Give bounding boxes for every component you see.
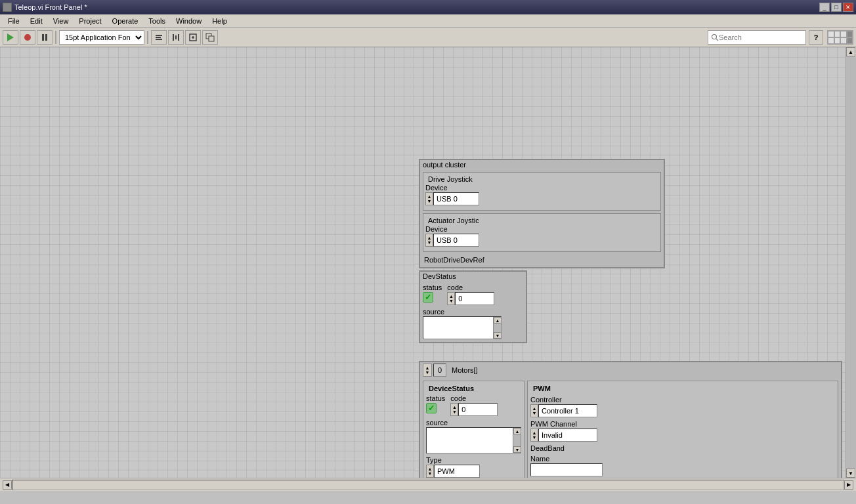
type-spin[interactable]: ▲ ▼ — [426, 465, 434, 478]
drive-device-field: Device ▲ ▼ USB 0 — [425, 184, 658, 205]
code-spin-down-icon: ▼ — [448, 299, 454, 303]
resize-button[interactable] — [185, 30, 201, 45]
scroll-track-v[interactable] — [846, 56, 856, 469]
robot-drive-devref-label: RobotDriveDevRef — [424, 256, 660, 264]
motors-panel: ▲ ▼ 0 Motors[] DeviceStatus status ✓ cod… — [419, 361, 842, 491]
vertical-scrollbar: ▲ ▼ — [845, 47, 856, 478]
help-button[interactable]: ? — [809, 30, 823, 45]
devstatus-code-spin[interactable]: ▲ ▼ — [447, 292, 455, 305]
name-label: Name — [530, 455, 835, 463]
actuator-device-field: Device ▲ ▼ USB 0 — [425, 225, 658, 247]
title-bar-controls[interactable]: _ □ ✕ — [819, 3, 853, 12]
distribute-button[interactable] — [168, 30, 184, 45]
output-cluster-label: output cluster — [420, 160, 664, 169]
drive-device-spin[interactable]: ▲ ▼ — [425, 192, 433, 205]
motors-source-scroll-track — [513, 434, 521, 446]
motors-spin-up-icon: ▲ — [423, 366, 431, 370]
source-scrollbar: ▲ ▼ — [493, 317, 501, 339]
svg-rect-7 — [173, 34, 174, 41]
pwm-channel-label: PWM Channel — [530, 420, 835, 428]
motors-code-spin[interactable]: ▲ ▼ — [450, 403, 458, 416]
motors-devstatus-status-label: status — [426, 394, 445, 402]
scroll-left-button[interactable]: ◀ — [3, 480, 12, 490]
source-scroll-down[interactable]: ▼ — [494, 332, 502, 339]
maximize-button[interactable]: □ — [831, 3, 842, 12]
status-check-indicator: ✓ — [423, 292, 433, 303]
type-value[interactable]: PWM — [434, 465, 480, 478]
reorder-button[interactable] — [202, 30, 218, 45]
window-title: Teleop.vi Front Panel * — [14, 3, 87, 11]
svg-point-1 — [24, 34, 31, 41]
motors-source-scroll-down[interactable]: ▼ — [513, 446, 521, 453]
align-button[interactable] — [151, 30, 167, 45]
scroll-up-button[interactable]: ▲ — [846, 47, 855, 56]
menu-edit[interactable]: Edit — [25, 16, 48, 26]
toolbar: 15pt Application Font — [0, 28, 856, 47]
menu-operate[interactable]: Operate — [107, 16, 144, 26]
motors-index-value[interactable]: 0 — [433, 364, 446, 377]
search-icon — [711, 33, 719, 41]
horizontal-scrollbar[interactable] — [12, 480, 844, 490]
motors-source-label: source — [426, 419, 521, 427]
menu-file[interactable]: File — [3, 16, 25, 26]
pwm-channel-input: ▲ ▼ Invalid — [530, 429, 835, 442]
scroll-right-button[interactable]: ▶ — [844, 480, 853, 490]
menu-window[interactable]: Window — [171, 16, 207, 26]
search-container — [708, 30, 806, 45]
pwm-channel-value[interactable]: Invalid — [538, 429, 597, 442]
motors-source-scroll-up[interactable]: ▲ — [513, 428, 521, 434]
close-button[interactable]: ✕ — [843, 3, 853, 12]
source-scroll-up[interactable]: ▲ — [494, 317, 502, 324]
devstatus-status-code: status ✓ code ▲ ▼ 0 — [423, 284, 523, 305]
abort-button[interactable] — [20, 30, 35, 45]
actuator-device-spin[interactable]: ▲ ▼ — [425, 234, 433, 247]
drive-device-label: Device — [425, 184, 658, 192]
output-cluster-panel: output cluster Drive Joystick Device ▲ ▼… — [419, 159, 665, 268]
motors-status-check: ✓ — [426, 403, 437, 413]
drive-joystick-label: Drive Joystick — [425, 175, 658, 184]
motors-index-spin[interactable]: ▲ ▼ — [423, 364, 432, 377]
controller-spin[interactable]: ▲ ▼ — [530, 404, 538, 417]
type-label: Type — [426, 456, 521, 464]
run-button[interactable] — [3, 30, 18, 45]
motors-spin-down-icon: ▼ — [423, 370, 431, 375]
search-input[interactable] — [719, 33, 798, 41]
app-icon — [3, 3, 12, 12]
controller-value[interactable]: Controller 1 — [538, 404, 597, 417]
code-spin-up-icon: ▲ — [448, 294, 454, 299]
actuator-device-value[interactable]: USB 0 — [433, 234, 479, 247]
svg-rect-4 — [156, 35, 162, 36]
font-selector[interactable]: 15pt Application Font — [59, 30, 144, 45]
panel-grid-icon — [827, 30, 853, 45]
actuator-joystick-label: Actuator Joystic — [425, 216, 658, 225]
type-input: ▲ ▼ PWM — [426, 465, 521, 478]
toolbar-sep-1 — [55, 31, 56, 44]
menu-view[interactable]: View — [48, 16, 74, 26]
menu-tools[interactable]: Tools — [143, 16, 171, 26]
name-value[interactable] — [530, 463, 603, 476]
devstatus-source-value: ▲ ▼ — [423, 316, 502, 339]
pwm-channel-spin[interactable]: ▲ ▼ — [530, 429, 538, 442]
svg-marker-0 — [7, 33, 14, 41]
minimize-button[interactable]: _ — [819, 3, 830, 12]
motors-source-field: source ▲ ▼ — [426, 419, 521, 453]
motors-devstatus-label: DeviceStatus — [426, 384, 521, 393]
drive-device-value[interactable]: USB 0 — [433, 192, 479, 205]
actuator-spin-down-icon: ▼ — [426, 240, 433, 245]
title-bar-left: Teleop.vi Front Panel * — [3, 3, 87, 12]
motors-header: ▲ ▼ 0 Motors[] — [420, 362, 841, 378]
menu-project[interactable]: Project — [74, 16, 106, 26]
scroll-down-button[interactable]: ▼ — [846, 469, 855, 478]
robot-drive-devref-area: RobotDriveDevRef — [420, 255, 664, 267]
motors-inner: DeviceStatus status ✓ code ▲ ▼ 0 — [420, 378, 841, 491]
menu-help[interactable]: Help — [207, 16, 232, 26]
toolbar-sep-2 — [147, 31, 148, 44]
controller-label: Controller — [530, 396, 835, 404]
devstatus-code-value[interactable]: 0 — [455, 292, 494, 305]
motors-devicestatus-sub: DeviceStatus status ✓ code ▲ ▼ 0 — [423, 381, 524, 491]
controller-spin-up: ▲ — [531, 406, 538, 411]
pause-button[interactable] — [37, 30, 53, 45]
devstatus-code-field: code ▲ ▼ 0 — [447, 284, 494, 305]
devstatus-source-field: source ▲ ▼ — [423, 308, 523, 339]
motors-code-value[interactable]: 0 — [458, 403, 498, 416]
